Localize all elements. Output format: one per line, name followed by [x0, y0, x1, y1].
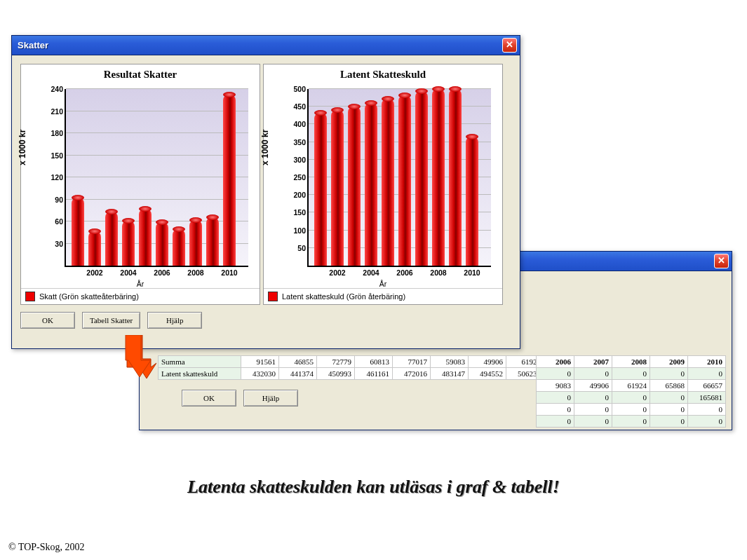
chart-panel-latent: Latent Skatteskuld x 1000 kr 50100150200…	[263, 64, 503, 305]
chart-bar	[415, 91, 428, 266]
hjalp-button-back[interactable]: Hjälp	[243, 390, 298, 407]
col-header: 2007	[574, 356, 612, 368]
chart-title: Resultat Skatter	[21, 64, 260, 82]
chart-bar	[382, 99, 394, 266]
ok-button[interactable]: OK	[20, 312, 75, 329]
y-tick: 150	[51, 151, 63, 160]
y-tick: 30	[55, 240, 63, 248]
x-tick: 2010	[464, 268, 480, 277]
chart-bar	[139, 209, 152, 266]
chart-bar	[466, 137, 478, 266]
y-tick: 240	[51, 85, 63, 93]
chart-bar	[156, 222, 168, 266]
y-tick: 60	[55, 217, 63, 226]
x-tick: 2006	[396, 268, 412, 277]
chart-window: Skatter ✕ Resultat Skatter x 1000 kr 306…	[11, 35, 520, 349]
col-header: 2006	[537, 356, 574, 368]
hjalp-button[interactable]: Hjälp	[147, 312, 202, 329]
chart-legend: Latent skatteskuld (Grön återbäring)	[264, 288, 502, 304]
x-tick: 2002	[329, 268, 345, 277]
data-table-upper: 2006 2007 2008 2009 2010 00000 908349906…	[536, 355, 726, 428]
chart-bar	[449, 89, 462, 266]
y-tick: 450	[293, 102, 306, 111]
page-caption: Latenta skatteskulden kan utläsas i graf…	[0, 477, 747, 498]
chart-bar	[365, 103, 377, 266]
chart-bar	[348, 107, 361, 266]
tabell-skatter-button[interactable]: Tabell Skatter	[82, 312, 140, 329]
x-tick: 2002	[86, 268, 102, 277]
chart-title: Latent Skatteskuld	[264, 64, 502, 82]
x-tick: 2008	[430, 268, 446, 277]
col-header: 2008	[612, 356, 650, 368]
chart-bar	[206, 217, 219, 266]
x-tick: 2006	[154, 268, 170, 277]
y-tick: 90	[55, 196, 63, 204]
x-axis-label: År	[379, 280, 387, 288]
legend-label: Skatt (Grön skatteåterbäring)	[39, 292, 139, 301]
legend-label: Latent skatteskuld (Grön återbäring)	[282, 292, 405, 301]
y-tick: 250	[293, 173, 306, 182]
chart-bar	[398, 95, 411, 266]
x-axis-label: År	[137, 280, 144, 288]
x-tick: 2010	[221, 268, 237, 277]
y-tick: 350	[293, 138, 306, 146]
x-tick: 2004	[120, 268, 136, 277]
col-header: 2009	[650, 356, 688, 368]
y-tick: 120	[51, 173, 63, 182]
title-front: Skatter	[18, 40, 502, 50]
copyright-text: © TOP-Skog, 2002	[8, 542, 85, 553]
chart-plot: 5010015020025030035040045050020022004200…	[307, 89, 491, 267]
close-icon[interactable]: ✕	[502, 38, 517, 53]
chart-legend: Skatt (Grön skatteåterbäring)	[21, 288, 260, 304]
chart-bar	[122, 221, 135, 266]
col-header: 2010	[688, 356, 726, 368]
legend-swatch-icon	[25, 292, 35, 301]
y-tick: 180	[51, 129, 63, 137]
y-axis-label: x 1000 kr	[18, 130, 27, 165]
legend-swatch-icon	[268, 292, 278, 301]
y-tick: 300	[293, 156, 306, 164]
y-tick: 210	[51, 107, 63, 116]
chart-plot: 3060901201501802102402002200420062008201…	[65, 89, 248, 267]
y-tick: 50	[297, 244, 306, 252]
y-tick: 150	[293, 208, 306, 217]
x-tick: 2008	[187, 268, 203, 277]
chart-bar	[105, 212, 118, 266]
chart-bar	[223, 95, 236, 266]
chart-bar	[173, 229, 185, 266]
close-icon[interactable]: ✕	[714, 254, 729, 268]
y-axis-label: x 1000 kr	[260, 130, 270, 165]
y-tick: 500	[293, 85, 306, 93]
chart-bar	[432, 89, 445, 266]
y-tick: 400	[293, 120, 306, 128]
ok-button-back[interactable]: OK	[182, 390, 236, 407]
chart-bar	[88, 231, 101, 266]
chart-bar	[331, 110, 344, 266]
x-tick: 2004	[363, 268, 379, 277]
chart-bar	[72, 198, 84, 266]
titlebar-front: Skatter ✕	[12, 36, 520, 55]
y-tick: 200	[293, 191, 306, 199]
chart-bar	[314, 113, 327, 266]
y-tick: 100	[293, 226, 306, 235]
chart-panel-resultat: Resultat Skatter x 1000 kr 3060901201501…	[20, 64, 260, 305]
chart-bar	[189, 220, 202, 266]
